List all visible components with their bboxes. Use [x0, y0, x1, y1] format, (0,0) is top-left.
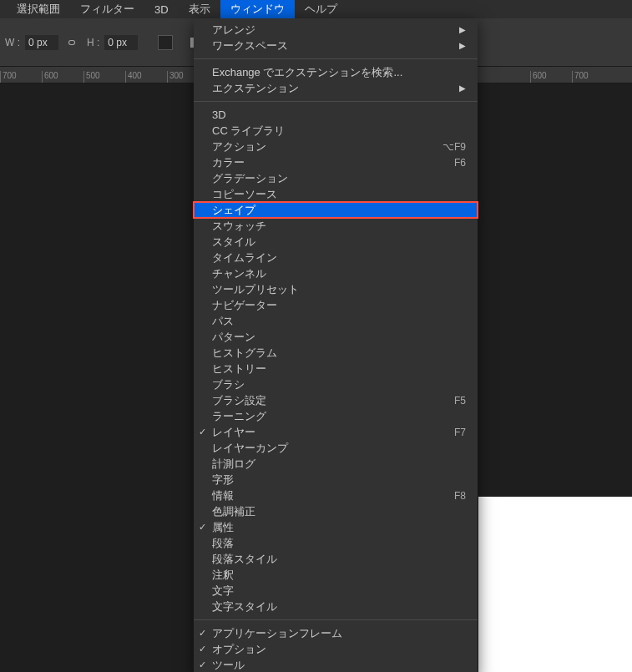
menu-item-label: 段落 [212, 536, 466, 551]
width-label: W : [5, 37, 20, 48]
check-icon: ✓ [199, 522, 206, 533]
menu-item[interactable]: 文字スタイル [194, 599, 478, 614]
menu-item[interactable]: ワークスペース▶ [194, 38, 478, 53]
menu-item-label: シェイプ [212, 203, 466, 218]
menu-select[interactable]: 選択範囲 [7, 0, 70, 19]
menu-item-label: ヒストグラム [212, 346, 466, 361]
check-icon: ✓ [199, 659, 206, 670]
menu-item[interactable]: コピーソース [194, 186, 478, 202]
menu-item-label: タイムライン [212, 250, 466, 265]
menu-item[interactable]: 段落スタイル [194, 551, 478, 567]
menu-item[interactable]: ラーニング [194, 408, 478, 424]
window-menu-dropdown: アレンジ▶ワークスペース▶Exchange でエクステンションを検索...エクス… [194, 18, 478, 672]
menu-help[interactable]: ヘルプ [295, 0, 347, 19]
menu-item[interactable]: カラーF6 [194, 154, 478, 170]
height-label: H : [87, 37, 99, 48]
menu-item-label: ナビゲーター [212, 298, 466, 313]
menu-item[interactable]: CC ライブラリ [194, 123, 478, 139]
menu-filter[interactable]: フィルター [70, 0, 144, 19]
menu-item[interactable]: 段落 [194, 535, 478, 551]
menu-item[interactable]: スウォッチ [194, 218, 478, 234]
menu-item-label: カラー [212, 155, 454, 170]
menu-item-label: オプション [212, 642, 466, 657]
menu-item-label: 情報 [212, 488, 454, 503]
menu-item[interactable]: 色調補正 [194, 503, 478, 519]
menu-item-label: エクステンション [212, 81, 459, 96]
menu-item-label: CC ライブラリ [212, 124, 466, 139]
menu-item[interactable]: 字形 [194, 472, 478, 488]
menu-separator [194, 58, 478, 59]
height-input[interactable] [104, 35, 138, 50]
menu-item[interactable]: 注釈 [194, 567, 478, 583]
ruler-tick: 700 [0, 71, 42, 83]
menu-item[interactable]: ヒストグラム [194, 345, 478, 361]
menu-item[interactable]: パス [194, 313, 478, 329]
menu-item[interactable]: ✓レイヤーF7 [194, 424, 478, 440]
color-swatch[interactable] [158, 35, 173, 50]
menu-item[interactable]: ✓属性 [194, 519, 478, 535]
menu-item-label: アクション [212, 139, 442, 154]
menu-item[interactable]: パターン [194, 329, 478, 345]
menu-item-label: グラデーション [212, 171, 466, 186]
check-icon: ✓ [199, 427, 206, 437]
menu-item-label: 3D [212, 109, 466, 121]
menu-item[interactable]: シェイプ [194, 202, 478, 218]
menu-item[interactable]: スタイル [194, 234, 478, 250]
menu-item-label: 文字 [212, 584, 466, 599]
menu-item[interactable]: グラデーション [194, 170, 478, 186]
width-input[interactable] [25, 35, 58, 50]
check-icon: ✓ [199, 628, 206, 639]
ruler-tick: 500 [83, 71, 125, 83]
menu-item[interactable]: ナビゲーター [194, 297, 478, 313]
menu-item[interactable]: ✓アプリケーションフレーム [194, 625, 478, 641]
link-icon[interactable] [63, 36, 80, 49]
menu-item[interactable]: ✓オプション [194, 641, 478, 657]
menu-item[interactable]: レイヤーカンプ [194, 440, 478, 456]
menu-item[interactable]: タイムライン [194, 250, 478, 265]
menu-item-label: パターン [212, 330, 466, 345]
menu-item-label: ラーニング [212, 409, 466, 424]
menu-item[interactable]: ブラシ [194, 376, 478, 392]
check-icon: ✓ [199, 644, 206, 654]
menu-item-label: 文字スタイル [212, 599, 466, 614]
submenu-arrow-icon: ▶ [459, 83, 466, 93]
menu-item-label: コピーソース [212, 187, 466, 202]
menu-view[interactable]: 表示 [179, 0, 220, 19]
ruler-tick: 700 [572, 71, 614, 83]
menu-item[interactable]: チャンネル [194, 265, 478, 281]
menu-item[interactable]: 3D [194, 107, 478, 123]
menu-window[interactable]: ウィンドウ [220, 0, 295, 19]
menu-item[interactable]: エクステンション▶ [194, 80, 478, 96]
menu-item[interactable]: アクション⌥F9 [194, 139, 478, 154]
menu-item[interactable]: ブラシ設定F5 [194, 392, 478, 408]
panel-area [478, 497, 632, 672]
menu-item-label: ツールプリセット [212, 282, 466, 297]
menu-shortcut: ⌥F9 [442, 141, 466, 153]
menu-item-label: ブラシ [212, 377, 466, 392]
menu-item[interactable]: 情報F8 [194, 488, 478, 503]
menu-item-label: レイヤー [212, 425, 454, 440]
submenu-arrow-icon: ▶ [459, 25, 466, 34]
menu-item-label: アレンジ [212, 23, 459, 38]
menu-item[interactable]: ヒストリー [194, 361, 478, 376]
menu-item-label: チャンネル [212, 266, 466, 281]
menu-shortcut: F5 [454, 395, 466, 407]
menu-item-label: 字形 [212, 472, 466, 488]
menu-item[interactable]: Exchange でエクステンションを検索... [194, 64, 478, 80]
menu-item-label: スタイル [212, 235, 466, 250]
menu-item[interactable]: ✓ツール [194, 657, 478, 672]
menu-item[interactable]: 文字 [194, 583, 478, 599]
menu-item-label: レイヤーカンプ [212, 441, 466, 456]
menu-item[interactable]: ツールプリセット [194, 281, 478, 297]
menu-item-label: ワークスペース [212, 38, 459, 53]
menu-item-label: ヒストリー [212, 361, 466, 376]
menu-item[interactable]: アレンジ▶ [194, 22, 478, 38]
menu-item[interactable]: 計測ログ [194, 456, 478, 472]
submenu-arrow-icon: ▶ [459, 41, 466, 50]
ruler-tick: 600 [530, 71, 572, 83]
menu-3d[interactable]: 3D [144, 1, 179, 18]
ruler-tick: 400 [125, 71, 167, 83]
ruler-tick: 600 [42, 71, 83, 83]
menu-item-label: Exchange でエクステンションを検索... [212, 65, 466, 80]
menu-shortcut: F8 [454, 490, 466, 502]
